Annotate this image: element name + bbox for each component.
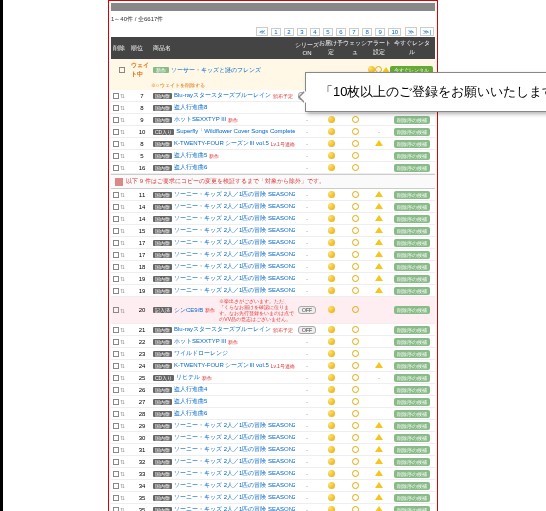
- row-checkbox[interactable]: [113, 204, 119, 210]
- drag-icon[interactable]: ⇅: [120, 227, 125, 234]
- row-action-button[interactable]: 削除序の候補: [394, 482, 430, 490]
- pager-6[interactable]: 6: [336, 28, 345, 36]
- drag-icon[interactable]: ⇅: [120, 482, 125, 489]
- row-checkbox[interactable]: [113, 228, 119, 234]
- row-checkbox[interactable]: [113, 129, 119, 135]
- alert-icon[interactable]: [375, 506, 383, 511]
- row-title[interactable]: ワイルドローレンジ: [174, 349, 228, 358]
- row-action-button[interactable]: 削除序の候補: [394, 239, 430, 247]
- row-action-button[interactable]: 削除序の候補: [394, 215, 430, 223]
- row-title[interactable]: 盗人行進曲5: [174, 151, 207, 160]
- alert-icon[interactable]: [375, 227, 383, 233]
- row-action-button[interactable]: 削除序の候補: [394, 306, 430, 314]
- drag-icon[interactable]: ⇅: [120, 307, 125, 314]
- pager-last[interactable]: ≫|: [420, 27, 434, 36]
- drag-icon[interactable]: ⇅: [120, 116, 125, 123]
- row-title[interactable]: ソーニー・キッズ 2人／1匹の冒険 SEASON2 vol.9: [174, 286, 295, 295]
- row-checkbox[interactable]: [113, 495, 119, 501]
- row-title[interactable]: シンCE9/B: [174, 306, 203, 315]
- wish-icon[interactable]: [352, 386, 359, 393]
- wish-icon[interactable]: [352, 446, 359, 453]
- alert-icon[interactable]: [375, 263, 383, 269]
- row-action-button[interactable]: 削除序の候補: [394, 116, 430, 124]
- alert-icon[interactable]: [375, 251, 383, 257]
- row-action-button[interactable]: 削除序の候補: [394, 338, 430, 346]
- wish-icon[interactable]: [352, 374, 359, 381]
- row-title[interactable]: ソーニー・キッズ 2人／1匹の冒険 SEASON2 vol.1: [174, 421, 295, 430]
- row-action-button[interactable]: 削除序の候補: [394, 422, 430, 430]
- row-checkbox[interactable]: [113, 387, 119, 393]
- row-action-button[interactable]: 削除序の候補: [394, 386, 430, 394]
- row-action-button[interactable]: 削除序の候補: [394, 374, 430, 382]
- wish-icon[interactable]: [352, 152, 359, 159]
- row-checkbox[interactable]: [113, 93, 119, 99]
- wait-title[interactable]: ソーサー・キッズと謎のフレンズ: [171, 67, 261, 73]
- drag-icon[interactable]: ⇅: [120, 287, 125, 294]
- wish-icon[interactable]: [352, 116, 359, 123]
- wish-icon[interactable]: [352, 494, 359, 501]
- row-checkbox[interactable]: [113, 276, 119, 282]
- wish-icon[interactable]: [352, 306, 359, 313]
- drag-icon[interactable]: ⇅: [120, 275, 125, 282]
- row-checkbox[interactable]: [113, 240, 119, 246]
- row-title[interactable]: ソーニー・キッズ 2人／1匹の冒険 SEASON2 vol.4: [174, 457, 295, 466]
- drag-icon[interactable]: ⇅: [120, 164, 125, 171]
- drag-icon[interactable]: ⇅: [120, 215, 125, 222]
- row-checkbox[interactable]: [113, 423, 119, 429]
- drag-icon[interactable]: ⇅: [120, 338, 125, 345]
- row-title[interactable]: ソーニー・キッズ 2人／1匹の冒険 SEASON2 vol.4: [174, 226, 295, 235]
- row-action-button[interactable]: 削除序の候補: [394, 458, 430, 466]
- wish-icon[interactable]: [352, 263, 359, 270]
- drag-icon[interactable]: ⇅: [120, 350, 125, 357]
- row-action-button[interactable]: 削除序の候補: [394, 251, 430, 259]
- row-title[interactable]: ホットSEXXTYP III: [174, 115, 226, 124]
- row-checkbox[interactable]: [113, 192, 119, 198]
- drag-icon[interactable]: ⇅: [120, 386, 125, 393]
- row-title[interactable]: Superfly「Wildflower Cover Songs Complete…: [176, 127, 295, 136]
- drag-icon[interactable]: ⇅: [120, 191, 125, 198]
- pager-5[interactable]: 5: [323, 28, 332, 36]
- row-checkbox[interactable]: [113, 105, 119, 111]
- row-title[interactable]: ホットSEXXTYP III: [174, 337, 226, 346]
- wish-icon[interactable]: [352, 227, 359, 234]
- row-title[interactable]: ソーニー・キッズ 2人／1匹の冒険 SEASON2 vol.2: [174, 202, 295, 211]
- row-title[interactable]: ソーニー・キッズ 2人／1匹の冒険 SEASON2 vol.1: [174, 190, 295, 199]
- pager-next[interactable]: ≫: [405, 27, 417, 36]
- pager-2[interactable]: 2: [284, 28, 293, 36]
- drag-icon[interactable]: ⇅: [120, 410, 125, 417]
- drag-icon[interactable]: ⇅: [120, 422, 125, 429]
- row-title[interactable]: K-TWENTY-FOUR シーズンIII vol.5: [174, 361, 269, 370]
- row-action-button[interactable]: 削除序の候補: [394, 191, 430, 199]
- wish-icon[interactable]: [352, 362, 359, 369]
- row-checkbox[interactable]: [113, 153, 119, 159]
- drag-icon[interactable]: ⇅: [120, 152, 125, 159]
- drag-icon[interactable]: ⇅: [120, 140, 125, 147]
- wish-icon[interactable]: [352, 434, 359, 441]
- wish-icon[interactable]: [352, 191, 359, 198]
- alert-icon[interactable]: [375, 140, 383, 146]
- drag-icon[interactable]: ⇅: [120, 434, 125, 441]
- row-title[interactable]: ソーニー・キッズ 2人／1匹の冒険 SEASON2 vol.8: [174, 274, 295, 283]
- row-action-button[interactable]: 削除序の候補: [394, 263, 430, 271]
- wish-icon[interactable]: [352, 326, 359, 333]
- drag-icon[interactable]: ⇅: [120, 128, 125, 135]
- drag-icon[interactable]: ⇅: [120, 458, 125, 465]
- row-title[interactable]: Blu-rayスタースターズブルーレイン: [174, 325, 271, 334]
- row-title[interactable]: 盗人行進曲6: [174, 163, 207, 172]
- drag-icon[interactable]: ⇅: [120, 263, 125, 270]
- row-checkbox[interactable]: [113, 288, 119, 294]
- wish-icon[interactable]: [352, 203, 359, 210]
- drag-icon[interactable]: ⇅: [120, 470, 125, 477]
- row-title[interactable]: ソーニー・キッズ 2人／1匹の冒険 SEASON2 vol.7: [174, 262, 295, 271]
- row-action-button[interactable]: 削除序の候補: [394, 140, 430, 148]
- row-checkbox[interactable]: [113, 351, 119, 357]
- row-checkbox[interactable]: [113, 216, 119, 222]
- alert-icon[interactable]: [375, 434, 383, 440]
- alert-icon[interactable]: [375, 203, 383, 209]
- wish-icon[interactable]: [352, 164, 359, 171]
- row-checkbox[interactable]: [113, 264, 119, 270]
- row-title[interactable]: K-TWENTY-FOUR シーズンIII vol.5: [174, 139, 269, 148]
- alert-icon[interactable]: [375, 494, 383, 500]
- pager-3[interactable]: 3: [297, 28, 306, 36]
- row-checkbox[interactable]: [113, 375, 119, 381]
